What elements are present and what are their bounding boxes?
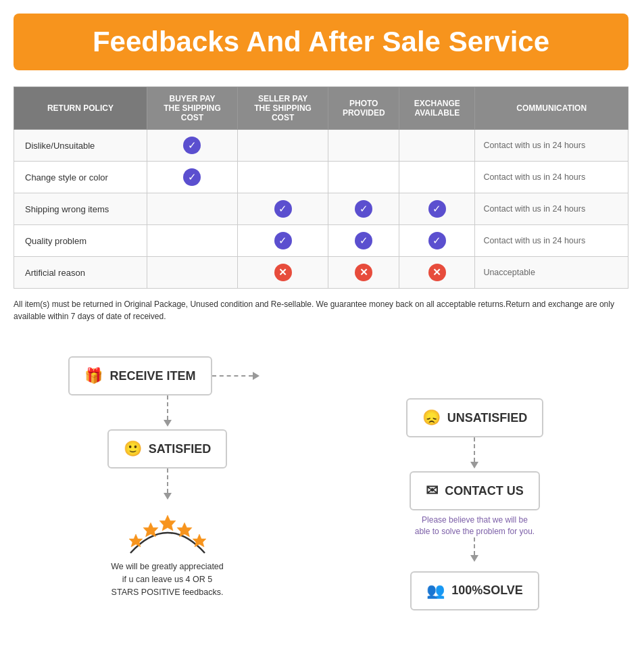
seller-pay-cell: ✓ (238, 225, 328, 257)
table-row: Dislike/Unsuitable (14, 130, 147, 162)
buyer-pay-cell (147, 193, 237, 225)
check-icon: ✓ (428, 200, 446, 218)
col-header-photo: PHOTOPROVIDED (328, 87, 399, 130)
disclaimer-text: All item(s) must be returned in Original… (14, 298, 628, 322)
sad-icon: 😞 (422, 409, 441, 427)
exchange-cell: ✓ (399, 225, 475, 257)
table-row: Artificial reason (14, 257, 147, 289)
photo-cell: ✓ (328, 193, 399, 225)
col-header-buyer-pay: BUYER PAYTHE SHIPPINGCOST (147, 87, 237, 130)
col-header-policy: RETURN POLICY (14, 87, 147, 130)
receive-item-label: RECEIVE ITEM (109, 369, 195, 383)
check-icon: ✓ (183, 168, 201, 186)
exchange-cell (399, 162, 475, 193)
svg-marker-0 (129, 534, 143, 547)
check-icon: ✓ (274, 200, 292, 218)
stars-feedback-text: We will be greatly appreciatedif u can l… (111, 560, 224, 598)
communication-cell: Contact with us in 24 hours (475, 130, 628, 162)
col-header-communication: COMMUNICATION (475, 87, 628, 130)
svg-marker-4 (193, 534, 206, 547)
contact-us-box: ✉ CONTACT US (410, 471, 540, 510)
stars-section: We will be greatly appreciatedif u can l… (111, 509, 224, 598)
arrow-down-to-contact (470, 437, 478, 471)
exchange-cell: ✕ (399, 257, 475, 289)
buyer-pay-cell (147, 225, 237, 257)
check-icon: ✓ (183, 137, 201, 154)
arrow-down-to-satisfied (164, 395, 172, 429)
arrow-to-unsatisfied (212, 372, 266, 380)
communication-cell: Contact with us in 24 hours (475, 193, 628, 225)
contact-us-label: CONTACT US (445, 484, 524, 498)
flow-right-column: 😞 UNSATISFIED ✉ CONTACT US Please believ… (321, 356, 628, 610)
contact-subtitle-text: Please believe that we will be able to s… (414, 514, 535, 537)
gift-icon: 🎁 (84, 367, 103, 385)
unsatisfied-box: 😞 UNSATISFIED (406, 398, 544, 437)
flow-left-column: 🎁 RECEIVE ITEM 🙂 SATISFIED (14, 356, 321, 610)
solve-box: 👥 100%SOLVE (410, 571, 539, 610)
communication-cell: Unacceptable (475, 257, 628, 289)
email-icon: ✉ (426, 482, 438, 500)
seller-pay-cell: ✕ (238, 257, 328, 289)
col-header-seller-pay: SELLER PAYTHE SHIPPINGCOST (238, 87, 328, 130)
table-row: Shipping wrong items (14, 193, 147, 225)
return-policy-table: RETURN POLICY BUYER PAYTHE SHIPPINGCOST … (14, 87, 628, 289)
x-icon: ✕ (355, 264, 372, 281)
photo-cell (328, 162, 399, 193)
seller-pay-cell (238, 130, 328, 162)
photo-cell: ✓ (328, 225, 399, 257)
photo-cell: ✕ (328, 257, 399, 289)
seller-pay-cell: ✓ (238, 193, 328, 225)
check-icon: ✓ (428, 232, 446, 249)
seller-pay-cell (238, 162, 328, 193)
unsatisfied-label: UNSATISFIED (447, 411, 528, 425)
stars-arc (124, 509, 212, 556)
smile-icon: 🙂 (124, 440, 142, 458)
col-header-exchange: EXCHANGEAVAILABLE (399, 87, 475, 130)
svg-marker-2 (159, 515, 176, 531)
check-icon: ✓ (274, 232, 292, 249)
arrow-down-to-stars (164, 469, 172, 502)
exchange-cell: ✓ (399, 193, 475, 225)
x-icon: ✕ (274, 264, 292, 281)
x-icon: ✕ (428, 264, 446, 281)
header-banner: Feedbacks And After Sale Service (14, 14, 628, 70)
table-row: Quality problem (14, 225, 147, 257)
communication-cell: Contact with us in 24 hours (475, 162, 628, 193)
people-icon: 👥 (426, 582, 445, 600)
buyer-pay-cell: ✓ (147, 162, 237, 193)
flow-diagram: 🎁 RECEIVE ITEM 🙂 SATISFIED (14, 350, 628, 661)
exchange-cell (399, 130, 475, 162)
satisfied-box: 🙂 SATISFIED (107, 429, 228, 469)
check-icon: ✓ (355, 200, 372, 218)
arrow-down-to-solve (470, 537, 478, 571)
buyer-pay-cell (147, 257, 237, 289)
receive-item-box: 🎁 RECEIVE ITEM (68, 356, 212, 395)
table-row: Change style or color (14, 162, 147, 193)
communication-cell: Contact with us in 24 hours (475, 225, 628, 257)
solve-label: 100%SOLVE (451, 583, 523, 598)
satisfied-label: SATISFIED (149, 442, 212, 456)
buyer-pay-cell: ✓ (147, 130, 237, 162)
photo-cell (328, 130, 399, 162)
page-title: Feedbacks And After Sale Service (34, 26, 608, 58)
check-icon: ✓ (355, 232, 372, 249)
